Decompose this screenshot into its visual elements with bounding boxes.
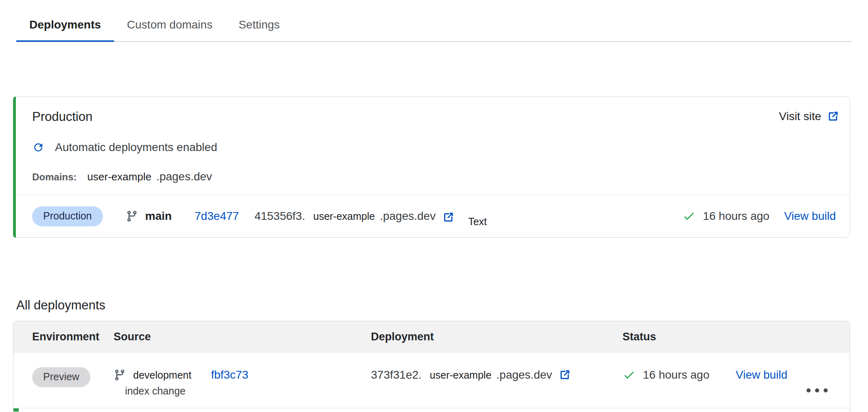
source-cell: development fbf3c73 index change bbox=[114, 353, 371, 408]
environment-cell: Preview bbox=[32, 353, 114, 408]
domain-suffix: .pages.dev bbox=[156, 170, 212, 183]
tab-settings[interactable]: Settings bbox=[226, 11, 293, 41]
environment-badge: Production bbox=[32, 206, 103, 226]
next-row-partial bbox=[13, 408, 850, 412]
git-branch-icon bbox=[126, 210, 138, 222]
column-status: Status bbox=[623, 331, 831, 343]
view-build-cell: View build bbox=[736, 353, 804, 408]
check-icon bbox=[623, 368, 636, 381]
deployment-domain: user-example bbox=[430, 369, 491, 381]
tab-bar: Deployments Custom domains Settings bbox=[16, 11, 852, 42]
ellipsis-icon bbox=[807, 388, 811, 392]
domain-name: user-example bbox=[87, 171, 151, 183]
column-source: Source bbox=[114, 331, 371, 343]
deployment-domain-suffix: .pages.dev bbox=[496, 368, 552, 381]
refresh-icon bbox=[32, 141, 44, 153]
column-environment: Environment bbox=[32, 331, 114, 343]
view-build-link[interactable]: View build bbox=[784, 210, 836, 223]
production-card-title: Production bbox=[32, 109, 92, 125]
domains-label: Domains: bbox=[32, 171, 77, 183]
text-annotation: Text bbox=[468, 216, 487, 228]
ellipsis-icon bbox=[815, 388, 819, 392]
next-row-accent-bar bbox=[13, 408, 19, 412]
production-card: Production Visit site Automatic deploym bbox=[13, 96, 850, 238]
deploy-time: 16 hours ago bbox=[643, 368, 709, 381]
git-branch-icon bbox=[114, 369, 126, 381]
deployment-domain-suffix: .pages.dev bbox=[380, 210, 436, 223]
visit-site-label: Visit site bbox=[779, 110, 821, 123]
deployment-cell: 373f31e2. user-example .pages.dev bbox=[371, 353, 623, 408]
commit-link[interactable]: 7d3e477 bbox=[195, 210, 239, 223]
commit-link[interactable]: fbf3c73 bbox=[211, 368, 248, 381]
view-build-link[interactable]: View build bbox=[736, 368, 787, 381]
production-deployment-row: Production main 7d3e477 415356f3. user-e… bbox=[13, 195, 850, 237]
table-header: Environment Source Deployment Status bbox=[13, 321, 850, 352]
ellipsis-icon bbox=[824, 388, 828, 392]
status-cell: 16 hours ago bbox=[623, 353, 736, 408]
tab-custom-domains[interactable]: Custom domains bbox=[114, 11, 226, 41]
branch-name: main bbox=[145, 210, 172, 223]
check-icon bbox=[682, 210, 695, 223]
auto-deploy-text: Automatic deployments enabled bbox=[55, 141, 217, 154]
row-menu-button[interactable] bbox=[804, 353, 831, 408]
external-link-icon bbox=[827, 110, 839, 123]
commit-message: index change bbox=[125, 385, 371, 397]
table-row: Preview development fbf3c73 index change… bbox=[13, 352, 850, 408]
environment-badge: Preview bbox=[32, 367, 90, 387]
deployment-external-link[interactable] bbox=[442, 211, 454, 224]
deploy-time: 16 hours ago bbox=[703, 210, 769, 223]
production-accent-bar bbox=[13, 96, 16, 238]
deployment-id: 373f31e2. bbox=[371, 368, 422, 381]
deployments-table: Environment Source Deployment Status Pre… bbox=[13, 321, 850, 412]
visit-site-link[interactable]: Visit site bbox=[779, 110, 839, 123]
branch-name: development bbox=[133, 369, 191, 381]
column-deployment: Deployment bbox=[371, 331, 623, 343]
deployment-external-link[interactable] bbox=[559, 369, 571, 381]
all-deployments-heading: All deployments bbox=[16, 297, 868, 313]
deployment-domain: user-example bbox=[313, 210, 375, 222]
deployment-id: 415356f3. bbox=[254, 210, 305, 223]
tab-deployments[interactable]: Deployments bbox=[16, 11, 114, 41]
